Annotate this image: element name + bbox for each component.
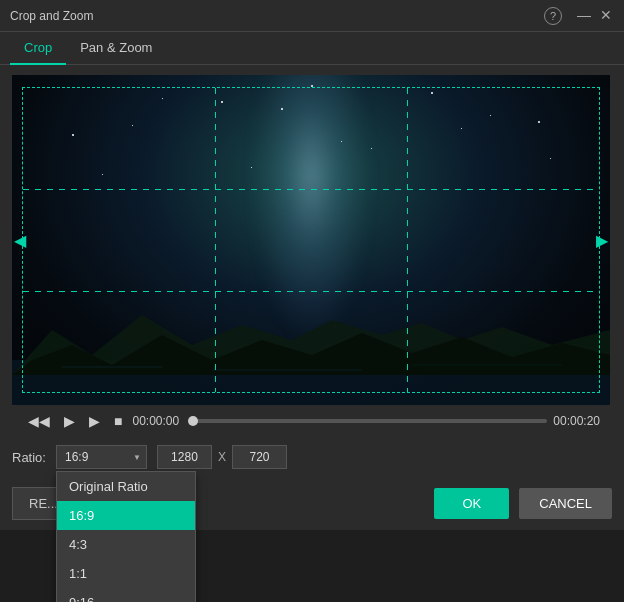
dimension-box: X xyxy=(157,445,287,469)
ratio-select[interactable]: 16:9 Original Ratio 4:3 1:1 9:16 Custom xyxy=(56,445,147,469)
help-button[interactable]: ? xyxy=(544,7,562,25)
skip-back-button[interactable]: ◀◀ xyxy=(24,411,54,431)
progress-thumb[interactable] xyxy=(188,416,198,426)
dimension-width[interactable] xyxy=(157,445,212,469)
scroll-right-arrow[interactable]: ▶ xyxy=(596,231,608,250)
ratio-select-wrapper: 16:9 Original Ratio 4:3 1:1 9:16 Custom xyxy=(56,445,147,469)
dropdown-item-4-3[interactable]: 4:3 xyxy=(57,530,195,559)
time-end: 00:00:20 xyxy=(553,414,600,428)
ratio-label: Ratio: xyxy=(12,450,46,465)
crop-grid-line xyxy=(407,88,408,392)
time-current: 00:00:00 xyxy=(132,414,187,428)
controls-row: Ratio: 16:9 Original Ratio 4:3 1:1 9:16 … xyxy=(0,437,624,477)
scroll-left-arrow[interactable]: ◀ xyxy=(14,231,26,250)
crop-overlay[interactable] xyxy=(22,87,600,393)
crop-grid-line xyxy=(215,88,216,392)
play-alt-button[interactable]: ▶ xyxy=(85,411,104,431)
crop-grid-line xyxy=(23,291,599,292)
ratio-dropdown-wrapper: 16:9 Original Ratio 4:3 1:1 9:16 Custom … xyxy=(56,445,147,469)
dropdown-item-16-9[interactable]: 16:9 xyxy=(57,501,195,530)
minimize-button[interactable]: — xyxy=(576,7,592,23)
title-bar: Crop and Zoom ? — ✕ xyxy=(0,0,624,32)
stop-button[interactable]: ■ xyxy=(110,411,126,431)
dimension-separator: X xyxy=(218,450,226,464)
title-bar-controls: ? — ✕ xyxy=(544,7,614,25)
play-button[interactable]: ▶ xyxy=(60,411,79,431)
cancel-button[interactable]: CANCEL xyxy=(519,488,612,519)
main-content: ◀ ▶ ◀◀ ▶ ▶ ■ 00:00:00 00:00:20 xyxy=(0,65,624,437)
progress-bar[interactable] xyxy=(193,419,547,423)
dropdown-item-original-ratio[interactable]: Original Ratio xyxy=(57,472,195,501)
tab-crop[interactable]: Crop xyxy=(10,32,66,65)
crop-grid-line xyxy=(23,189,599,190)
ok-button[interactable]: OK xyxy=(434,488,509,519)
tab-pan-zoom[interactable]: Pan & Zoom xyxy=(66,32,166,65)
dropdown-item-1-1[interactable]: 1:1 xyxy=(57,559,195,588)
ratio-dropdown-menu: Original Ratio 16:9 4:3 1:1 9:16 Custom xyxy=(56,471,196,602)
window-title: Crop and Zoom xyxy=(10,9,544,23)
tabs-bar: Crop Pan & Zoom xyxy=(0,32,624,65)
dimension-height[interactable] xyxy=(232,445,287,469)
preview-background: ◀ ▶ xyxy=(12,75,610,405)
preview-area: ◀ ▶ xyxy=(12,75,610,405)
playback-bar: ◀◀ ▶ ▶ ■ 00:00:00 00:00:20 xyxy=(12,405,612,437)
dropdown-item-9-16[interactable]: 9:16 xyxy=(57,588,195,602)
close-button[interactable]: ✕ xyxy=(598,7,614,23)
